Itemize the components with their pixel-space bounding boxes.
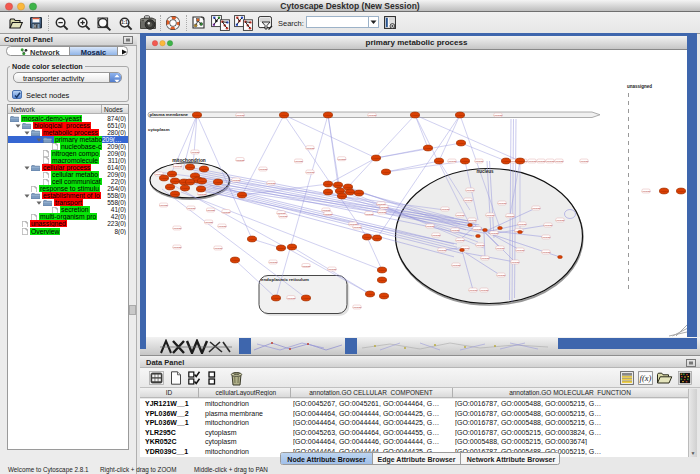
svg-text:unassigned: unassigned	[627, 84, 652, 89]
svg-text:YLR295: YLR295	[324, 114, 333, 116]
svg-text:Ybr052c: Ybr052c	[287, 297, 297, 300]
svg-text:Ybr052c: Ybr052c	[306, 171, 316, 174]
svg-text:YLR295: YLR295	[456, 114, 465, 116]
svg-text:Ybr052c: Ybr052c	[542, 236, 552, 239]
svg-text:Ybr052c: Ybr052c	[486, 214, 496, 217]
svg-text:YLR295: YLR295	[168, 173, 177, 175]
svg-text:YLR295: YLR295	[200, 168, 209, 170]
svg-text:Ybr052c: Ybr052c	[353, 306, 363, 309]
svg-text:Ybr052c: Ybr052c	[481, 257, 491, 260]
svg-text:Ybr052c: Ybr052c	[490, 232, 500, 235]
svg-text:Ybr052c: Ybr052c	[532, 207, 542, 210]
svg-text:YLR295: YLR295	[363, 236, 372, 238]
svg-text:Ybr052c: Ybr052c	[464, 199, 474, 202]
svg-text:Ybr052c: Ybr052c	[452, 264, 462, 267]
svg-text:Ybr052c: Ybr052c	[269, 261, 279, 264]
svg-text:Ybr052c: Ybr052c	[475, 160, 485, 163]
svg-text:YLR295: YLR295	[660, 190, 669, 192]
svg-text:YLR295: YLR295	[378, 269, 387, 271]
svg-text:Ybr052c: Ybr052c	[236, 114, 246, 117]
svg-text:Ybr052c: Ybr052c	[236, 159, 246, 162]
svg-text:YLR295: YLR295	[186, 181, 195, 183]
svg-text:Ybr052c: Ybr052c	[580, 160, 590, 163]
svg-text:Ybr052c: Ybr052c	[204, 221, 214, 224]
svg-text:Ybr052c: Ybr052c	[476, 244, 486, 247]
svg-text:Ybr052c: Ybr052c	[222, 211, 232, 214]
svg-text:YLR295: YLR295	[373, 237, 382, 239]
svg-text:Ybr052c: Ybr052c	[468, 219, 478, 222]
svg-text:nucleus: nucleus	[476, 169, 494, 174]
svg-text:Ybr052c: Ybr052c	[267, 182, 277, 185]
svg-text:YLR295: YLR295	[238, 194, 247, 196]
svg-text:Ybr052c: Ybr052c	[473, 228, 483, 231]
svg-text:YLR295: YLR295	[334, 184, 343, 186]
svg-text:YLR295: YLR295	[272, 297, 281, 299]
svg-text:YLR295: YLR295	[338, 195, 347, 197]
svg-text:YLR295: YLR295	[191, 175, 200, 177]
svg-text:Ybr052c: Ybr052c	[498, 202, 508, 205]
svg-text:Ybr052c: Ybr052c	[518, 223, 528, 226]
svg-text:Ybr052c: Ybr052c	[642, 190, 652, 193]
svg-text:YLR295: YLR295	[461, 160, 470, 162]
svg-text:Ybr052c: Ybr052c	[469, 289, 479, 292]
svg-text:Ybr052c: Ybr052c	[353, 226, 363, 229]
svg-text:YLR295: YLR295	[424, 147, 433, 149]
svg-text:YLR295: YLR295	[197, 188, 206, 190]
svg-text:YLR295: YLR295	[366, 293, 375, 295]
svg-text:Ybr052c: Ybr052c	[511, 261, 521, 264]
svg-text:Ybr052c: Ybr052c	[555, 160, 565, 163]
svg-text:Ybr052c: Ybr052c	[556, 219, 566, 222]
svg-text:Ybr052c: Ybr052c	[542, 251, 552, 254]
svg-text:YLR295: YLR295	[280, 114, 289, 116]
svg-text:Ybr052c: Ybr052c	[451, 229, 461, 232]
svg-text:Ybr052c: Ybr052c	[337, 158, 347, 161]
svg-text:YLR295: YLR295	[380, 295, 389, 297]
svg-text:Ybr052c: Ybr052c	[448, 160, 458, 163]
svg-text:YLR295: YLR295	[277, 247, 286, 249]
svg-text:YLR295: YLR295	[171, 193, 180, 195]
svg-text:Ybr052c: Ybr052c	[516, 249, 526, 252]
svg-text:Ybr052c: Ybr052c	[198, 193, 208, 196]
svg-text:YLR295: YLR295	[344, 186, 353, 188]
svg-text:Ybr052c: Ybr052c	[432, 234, 442, 237]
svg-text:YLR295: YLR295	[336, 190, 345, 192]
svg-text:YLR295: YLR295	[324, 183, 333, 185]
svg-text:Ybr052c: Ybr052c	[159, 204, 169, 207]
svg-text:endoplasmic reticulum: endoplasmic reticulum	[261, 277, 309, 282]
svg-text:Ybr052c: Ybr052c	[191, 151, 201, 154]
svg-text:YLR295: YLR295	[231, 259, 240, 261]
svg-text:YLR295: YLR295	[288, 246, 297, 248]
svg-text:Ybr052c: Ybr052c	[426, 225, 436, 228]
svg-text:YLR295: YLR295	[355, 192, 364, 194]
svg-text:YLR295: YLR295	[457, 142, 466, 144]
svg-text:Ybr052c: Ybr052c	[328, 268, 338, 271]
svg-text:YLR295: YLR295	[378, 279, 387, 281]
svg-text:YLR295: YLR295	[171, 180, 180, 182]
svg-text:Ybr052c: Ybr052c	[456, 214, 466, 217]
svg-text:cytoplasm: cytoplasm	[148, 127, 170, 132]
svg-text:Ybr052c: Ybr052c	[494, 114, 504, 117]
svg-text:YLR295: YLR295	[181, 187, 190, 189]
svg-text:Ybr052c: Ybr052c	[496, 247, 506, 250]
svg-text:Ybr052c: Ybr052c	[378, 211, 388, 214]
svg-text:1:1: 1:1	[121, 20, 128, 25]
svg-text:Ybr052c: Ybr052c	[232, 179, 242, 182]
svg-text:Ybr052c: Ybr052c	[187, 207, 197, 210]
svg-text:YLR295: YLR295	[248, 238, 257, 240]
svg-text:YLR295: YLR295	[372, 157, 381, 159]
svg-text:Ybr052c: Ybr052c	[259, 168, 269, 171]
svg-text:Ybr052c: Ybr052c	[497, 274, 507, 277]
svg-text:YLR295: YLR295	[382, 171, 391, 173]
svg-text:Ybr052c: Ybr052c	[173, 227, 183, 230]
svg-text:Ybr052c: Ybr052c	[544, 224, 554, 227]
svg-text:Ybr052c: Ybr052c	[218, 225, 228, 228]
svg-text:Ybr052c: Ybr052c	[441, 208, 451, 211]
svg-text:Ybr052c: Ybr052c	[173, 246, 183, 249]
svg-text:YLR295: YLR295	[346, 191, 355, 193]
svg-text:YLR295: YLR295	[516, 160, 525, 162]
svg-text:Ybr052c: Ybr052c	[214, 247, 224, 250]
svg-text:Ybr052c: Ybr052c	[279, 215, 289, 218]
svg-text:YLR295: YLR295	[435, 160, 444, 162]
svg-text:YLR295: YLR295	[198, 180, 207, 182]
svg-text:Ybr052c: Ybr052c	[438, 249, 448, 252]
